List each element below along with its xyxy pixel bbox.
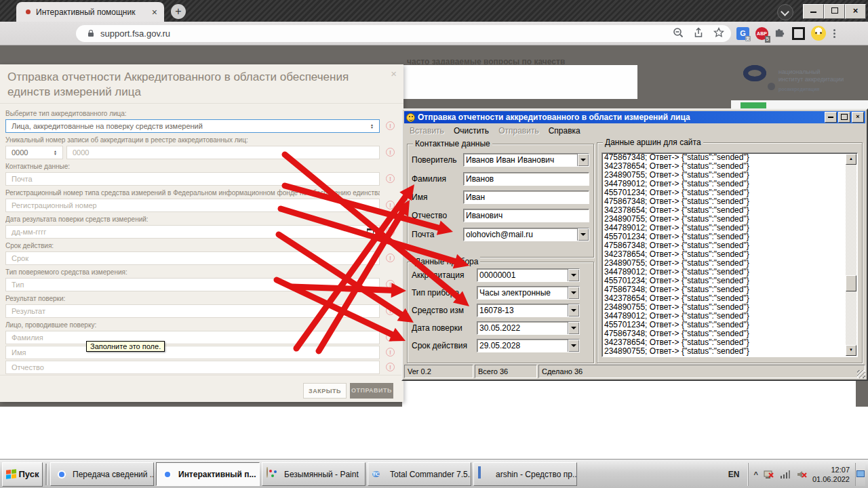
combo-field[interactable]: olohovich@mail.ru bbox=[463, 228, 589, 241]
scroll-down-icon[interactable]: ▼ bbox=[846, 345, 856, 356]
signal-bars-icon[interactable] bbox=[780, 469, 791, 480]
scroll-up-icon[interactable]: ▲ bbox=[846, 154, 856, 165]
translate-extension-icon[interactable]: G文 bbox=[736, 27, 749, 40]
valid-term-input[interactable]: Срок bbox=[5, 251, 380, 265]
text-field[interactable]: Иванович bbox=[463, 209, 589, 222]
menu-dots-icon[interactable] bbox=[832, 28, 836, 39]
field-label-result: Результат поверки: bbox=[5, 295, 380, 303]
dropdown-arrow-icon[interactable] bbox=[568, 322, 579, 334]
close-button[interactable]: ЗАКРЫТЬ bbox=[303, 383, 347, 399]
maximize-button[interactable] bbox=[838, 112, 850, 123]
combo-field[interactable]: 30.05.2022 bbox=[477, 321, 580, 335]
device-row-4: Срок действия29.05.2028 bbox=[412, 341, 589, 350]
start-button[interactable]: Пуск bbox=[2, 462, 43, 487]
select-value: Лица, аккредитованные на поверку средств… bbox=[12, 122, 203, 130]
logo-line-2: институт аккредитации bbox=[778, 76, 844, 83]
field-label: Фамилия bbox=[412, 174, 446, 184]
bookmark-star-icon[interactable] bbox=[713, 27, 724, 41]
middlename-input[interactable]: Отчество bbox=[5, 361, 380, 374]
dropdown-arrow-icon[interactable] bbox=[577, 228, 589, 241]
email-input[interactable]: Почта bbox=[5, 172, 380, 186]
select-arrows-icon: ▲▼ bbox=[370, 123, 374, 129]
window-close-button[interactable]: × bbox=[845, 4, 866, 19]
close-button[interactable]: × bbox=[852, 112, 864, 123]
placeholder: Результат bbox=[12, 307, 45, 315]
modal-title: Отправка отчетности Аккредитованного в о… bbox=[7, 70, 387, 100]
taskbar-item-0[interactable]: Передача сведений ... bbox=[50, 462, 154, 486]
dialog-titlebar[interactable]: Отправка отчетности аккредитованного в о… bbox=[404, 111, 865, 123]
result-input[interactable]: Результат bbox=[5, 304, 380, 318]
taskbar-item-1[interactable]: Интерактивный п... bbox=[156, 462, 260, 486]
minimize-button[interactable] bbox=[825, 112, 837, 123]
taskbar-item-label: arshin - Средство пр... bbox=[496, 470, 577, 479]
menu-item-3[interactable]: Справка bbox=[545, 126, 585, 136]
surname-input[interactable]: Фамилия bbox=[5, 331, 380, 344]
submit-button[interactable]: ОТПРАВИТЬ bbox=[350, 383, 393, 399]
scroll-thumb[interactable] bbox=[846, 275, 856, 291]
fif-number-input[interactable]: Регистрационный номер bbox=[5, 199, 380, 212]
system-tray: EN ^ 12:07 01.06.2022 bbox=[726, 460, 868, 488]
dropdown-arrow-icon[interactable] bbox=[568, 340, 579, 352]
taskbar: Пуск Передача сведений ...Интерактивный … bbox=[0, 459, 868, 488]
contact-row-4: Почтаolohovich@mail.ru bbox=[412, 230, 589, 239]
share-icon[interactable] bbox=[693, 27, 704, 41]
combo-field[interactable]: Часы электронные bbox=[477, 286, 580, 300]
adblock-extension-icon[interactable]: ABP5 bbox=[755, 27, 768, 40]
volume-muted-icon[interactable] bbox=[796, 469, 807, 480]
warning-icon: ! bbox=[386, 306, 395, 315]
dropdown-arrow-icon[interactable] bbox=[568, 269, 579, 281]
resize-grip[interactable] bbox=[857, 370, 865, 378]
status-done: Сделано 36 bbox=[538, 365, 865, 378]
groupbox-caption: Данные прибора bbox=[413, 257, 480, 266]
profile-avatar[interactable] bbox=[811, 26, 826, 41]
network-disconnected-icon[interactable] bbox=[764, 469, 774, 480]
dropdown-arrow-icon[interactable] bbox=[577, 154, 589, 166]
dropdown-arrow-icon[interactable] bbox=[568, 304, 579, 317]
window-maximize-button[interactable] bbox=[824, 4, 845, 19]
taskbar-item-4[interactable]: arshin - Средство пр... bbox=[473, 462, 577, 486]
menu-item-1[interactable]: Очистить bbox=[450, 126, 493, 136]
combo-field[interactable]: 16078-13 bbox=[477, 304, 580, 317]
regnum-prefix-stepper[interactable]: 0000 ▲▼ bbox=[5, 146, 63, 159]
combo-field[interactable]: 29.05.2028 bbox=[477, 339, 580, 352]
url-text[interactable]: support.fsa.gov.ru bbox=[100, 28, 663, 39]
text-field[interactable]: Иван bbox=[463, 190, 589, 204]
calendar-icon[interactable] bbox=[367, 228, 374, 235]
language-indicator[interactable]: EN bbox=[726, 468, 743, 481]
firstname-input[interactable]: Имя bbox=[5, 346, 380, 359]
device-type-input[interactable]: Тип bbox=[5, 278, 380, 291]
chevron-down-icon[interactable] bbox=[777, 4, 793, 20]
stepper-arrows-icon[interactable]: ▲▼ bbox=[54, 150, 57, 155]
browser-tab[interactable]: Интерактивный помощник × bbox=[16, 2, 164, 22]
warning-icon: ! bbox=[386, 333, 395, 342]
field-value: olohovich@mail.ru bbox=[466, 230, 533, 239]
puzzle-extensions-icon[interactable] bbox=[774, 26, 786, 41]
scrollbar[interactable]: ▲ ▼ bbox=[846, 154, 856, 356]
taskbar-item-3[interactable]: TCTotal Commander 7.5... bbox=[368, 462, 471, 486]
verification-date-input[interactable]: дд-мм-гггг bbox=[5, 225, 380, 239]
dark-extension-icon[interactable] bbox=[792, 27, 805, 40]
combo-field[interactable]: Иванов Иван Иванович bbox=[463, 153, 589, 167]
zoom-out-icon[interactable] bbox=[673, 27, 684, 41]
paint-icon bbox=[267, 468, 280, 481]
tray-chevron-icon[interactable]: ^ bbox=[754, 470, 758, 479]
window-minimize-button[interactable] bbox=[803, 4, 824, 19]
device-row-3: Дата поверки30.05.2022 bbox=[412, 323, 589, 333]
taskbar-item-2[interactable]: Безымянный - Paint bbox=[262, 462, 366, 486]
field-label: Срок действия bbox=[412, 341, 467, 350]
accredited-type-select[interactable]: Лица, аккредитованные на поверку средств… bbox=[5, 119, 380, 133]
dialog-menubar: ВставитьОчиститьОтправитьСправка bbox=[406, 125, 585, 137]
text-field[interactable]: Иванов bbox=[463, 172, 589, 186]
combo-field[interactable]: 00000001 bbox=[477, 268, 580, 282]
list-item[interactable]: 234890755; Ответ-> {"status":"sended"} bbox=[602, 347, 846, 356]
modal-close-icon[interactable]: × bbox=[391, 68, 397, 79]
show-desktop-button[interactable] bbox=[855, 463, 865, 486]
dropdown-arrow-icon[interactable] bbox=[568, 287, 579, 299]
lock-icon[interactable] bbox=[88, 33, 94, 37]
url-bar[interactable]: support.fsa.gov.ru bbox=[76, 25, 731, 42]
arshin-listbox[interactable]: 475867348; Ответ-> {"status":"sended"}34… bbox=[601, 152, 858, 357]
tray-clock[interactable]: 12:07 01.06.2022 bbox=[812, 465, 850, 484]
new-tab-button[interactable]: + bbox=[171, 4, 186, 19]
tab-close-icon[interactable]: × bbox=[151, 7, 159, 17]
regnum-input[interactable]: 0000 bbox=[66, 146, 380, 159]
